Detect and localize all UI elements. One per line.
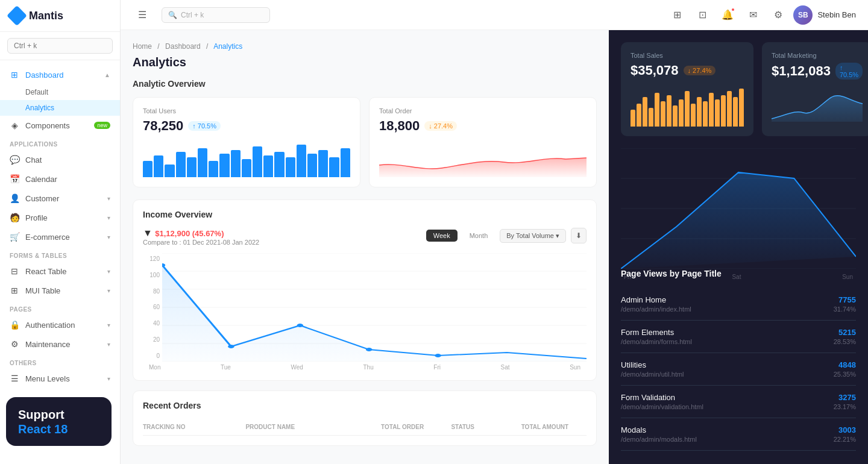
- income-overview-card: Income Overview ▼ $1,12,900 (45.67%) Com…: [133, 199, 597, 381]
- chevron-icon: ▾: [107, 322, 110, 328]
- breadcrumb-dashboard[interactable]: Dashboard: [165, 42, 201, 51]
- dark-area-chart-marketing: [772, 86, 863, 122]
- grid-icon-button[interactable]: ⊞: [667, 5, 687, 25]
- income-header: ▼ $1,12,900 (45.67%) Compare to : 01 Dec…: [143, 228, 587, 246]
- arrow-up-icon: ↑: [192, 122, 196, 130]
- logo[interactable]: Mantis: [0, 0, 120, 32]
- content-left: Home / Dashboard / Analytics Analytics A…: [121, 30, 609, 464]
- svg-point-8: [228, 345, 234, 348]
- breadcrumb-sep: /: [206, 42, 208, 51]
- sidebar-item-label: Menu Levels: [25, 374, 101, 383]
- sidebar-item-chat[interactable]: 💬 Chat: [0, 150, 120, 169]
- stat-value-row: 18,800 ↓ 27.4%: [379, 118, 587, 134]
- stat-badge: ↓ 27.4%: [424, 121, 457, 131]
- dashboard-icon: ⊞: [10, 70, 19, 80]
- income-amount: ▼ $1,12,900 (45.67%): [143, 228, 259, 239]
- stat-label: Total Order: [379, 107, 587, 114]
- main-area: ☰ 🔍 Ctrl + k ⊞ ⊡ 🔔 ✉ ⚙ SB Stebin Ben Hom…: [121, 0, 868, 464]
- bell-icon-button[interactable]: 🔔: [717, 5, 738, 25]
- sidebar-item-ecommerce[interactable]: 🛒 E-commerce ▾: [0, 227, 120, 246]
- sidebar-item-maintenance[interactable]: ⚙ Maintenance ▾: [0, 334, 120, 354]
- sidebar-item-label: Chat: [25, 155, 110, 165]
- download-button[interactable]: ⬇: [571, 228, 587, 243]
- sidebar-item-components[interactable]: ◈ Components new: [0, 116, 120, 135]
- auth-icon: 🔒: [10, 320, 19, 330]
- content-area: Home / Dashboard / Analytics Analytics A…: [121, 30, 868, 464]
- dark-stat-value-row: $1,12,083 ↑ 70.5%: [772, 63, 863, 80]
- chevron-icon: ▾: [107, 375, 110, 382]
- stat-value-row: 78,250 ↑ 70.5%: [143, 118, 350, 134]
- topbar-search[interactable]: 🔍 Ctrl + k: [162, 7, 270, 23]
- pv-name: Modals: [621, 425, 646, 434]
- settings-icon-button[interactable]: ⚙: [768, 5, 788, 25]
- svg-point-10: [366, 348, 373, 351]
- sidebar-item-label: Profile: [25, 213, 101, 222]
- pv-top: Admin Home 7755: [621, 295, 856, 304]
- new-badge: new: [94, 122, 110, 129]
- pv-pct: 22.21%: [834, 436, 856, 443]
- page-views-section: Page Views by Page Title Admin Home 7755…: [621, 269, 856, 464]
- volume-dropdown[interactable]: By Total Volume ▾: [500, 229, 566, 243]
- support-toast[interactable]: Support React 18: [6, 397, 112, 446]
- sidebar-item-dashboard[interactable]: ⊞ Dashboard ▲: [0, 65, 120, 84]
- stat-value: 78,250: [143, 118, 183, 134]
- pv-name: Form Elements: [621, 328, 674, 337]
- pv-pct: 23.17%: [834, 403, 856, 410]
- sidebar-item-label: React Table: [25, 267, 101, 276]
- y-label: 100: [143, 272, 160, 278]
- chat-icon: 💬: [10, 155, 19, 165]
- section-forms: Forms & Tables: [0, 246, 120, 262]
- dark-stat-badge: ↓ 27.4%: [684, 66, 716, 75]
- chevron-icon: ▾: [107, 268, 110, 275]
- chevron-icon: ▾: [107, 287, 110, 294]
- th-product: PRODUCT NAME: [245, 424, 376, 430]
- y-label: 60: [143, 304, 160, 310]
- sidebar-item-mui-table[interactable]: ⊞ MUI Table ▾: [0, 281, 120, 300]
- avatar[interactable]: SB: [793, 5, 813, 25]
- mail-icon-button[interactable]: ✉: [743, 5, 763, 25]
- page-view-item: Admin Home 7755 /demo/admin/index.html 3…: [621, 288, 856, 321]
- pv-top: Form Validation 3275: [621, 393, 856, 402]
- dark-stat-value-row: $35,078 ↓ 27.4%: [631, 63, 744, 78]
- dark-stat-label: Total Marketing: [772, 52, 863, 59]
- sidebar-sub-default[interactable]: Default: [0, 84, 120, 100]
- recent-orders-title: Recent Orders: [143, 401, 587, 410]
- dark-stat-value: $1,12,083: [772, 63, 831, 79]
- topbar-left: ☰ 🔍 Ctrl + k: [133, 5, 659, 25]
- month-button[interactable]: Month: [462, 230, 495, 242]
- sidebar-item-menu-levels[interactable]: ☰ Menu Levels ▾: [0, 369, 120, 388]
- page-title: Analytics: [133, 55, 597, 69]
- sidebar-sub-analytics[interactable]: Analytics: [0, 100, 120, 116]
- sidebar-item-profile[interactable]: 🧑 Profile ▾: [0, 208, 120, 227]
- breadcrumb-home[interactable]: Home: [133, 42, 152, 51]
- search-container: [0, 32, 120, 60]
- week-button[interactable]: Week: [426, 230, 458, 242]
- y-label: 20: [143, 336, 160, 343]
- recent-orders-card: Recent Orders TRACKING NO PRODUCT NAME T…: [133, 390, 597, 446]
- dark-stats-row: Total Sales $35,078 ↓ 27.4% Total Market…: [621, 42, 856, 136]
- stats-row: Total Users 78,250 ↑ 70.5% Total Order 1…: [133, 97, 597, 187]
- chevron-icon: ▾: [107, 215, 110, 221]
- th-status: STATUS: [451, 424, 516, 430]
- section-others: Others: [0, 354, 120, 369]
- stat-label: Total Users: [143, 107, 350, 114]
- dark-bar-chart-sales: [631, 84, 744, 127]
- search-input[interactable]: [7, 38, 113, 54]
- search-placeholder: Ctrl + k: [181, 11, 204, 19]
- menu-toggle-button[interactable]: ☰: [133, 5, 152, 25]
- logo-text: Mantis: [29, 10, 63, 22]
- income-compare: Compare to : 01 Dec 2021-08 Jan 2022: [143, 239, 259, 246]
- user-name[interactable]: Stebin Ben: [817, 10, 856, 19]
- sidebar-item-calendar[interactable]: 📅 Calendar: [0, 169, 120, 189]
- sidebar-item-authentication[interactable]: 🔒 Authentication ▾: [0, 315, 120, 334]
- y-label: 80: [143, 288, 160, 295]
- sidebar-item-react-table[interactable]: ⊟ React Table ▾: [0, 262, 120, 281]
- pv-top: Form Elements 5215: [621, 328, 856, 337]
- svg-point-9: [297, 324, 304, 327]
- dark-stat-card-sales: Total Sales $35,078 ↓ 27.4%: [621, 42, 753, 136]
- x-label-tue: Tue: [221, 364, 231, 371]
- sidebar-item-customer[interactable]: 👤 Customer ▾: [0, 189, 120, 208]
- stat-value: 18,800: [379, 118, 420, 134]
- layout-icon-button[interactable]: ⊡: [692, 5, 712, 25]
- pv-pct: 25.35%: [834, 371, 856, 378]
